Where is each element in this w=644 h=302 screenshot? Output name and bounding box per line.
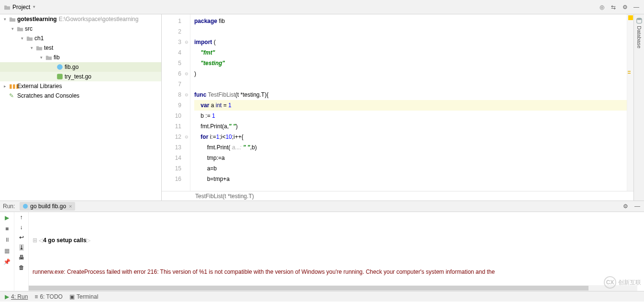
pause-button[interactable]: ⏸ [3, 236, 11, 244]
horizontal-scrollbar[interactable] [29, 285, 637, 291]
tree-label: test [44, 45, 53, 51]
go-icon [22, 203, 28, 209]
warning-marker[interactable] [628, 15, 633, 20]
tree-src[interactable]: ▾ src [0, 24, 161, 34]
gear-icon[interactable]: ⚙ [623, 203, 630, 210]
tree-fib-dir[interactable]: ▾ fib [0, 53, 161, 62]
svg-point-5 [23, 204, 28, 209]
run-output[interactable]: ⊞ ◁4 go setup calls▷ runnerw.exe: Create… [29, 212, 644, 291]
database-icon [636, 17, 643, 24]
bottom-terminal-tab[interactable]: ▣ Terminal [69, 293, 98, 300]
tree-scratches[interactable]: ✎ Scratches and Consoles [0, 91, 161, 101]
minimize-icon[interactable]: — [633, 3, 640, 11]
chevron-down-icon[interactable]: ▾ [10, 26, 15, 31]
up-button[interactable]: ↑ [20, 214, 23, 221]
rerun-button[interactable]: ▶ [3, 214, 11, 222]
scratches-icon: ✎ [9, 92, 16, 99]
output-error-line: runnerw.exe: CreateProcess failed with e… [33, 267, 640, 277]
code-editor[interactable]: 12345678910111213141516 ⊖⊖⊖⊖ package fib… [162, 14, 633, 191]
chevron-down-icon[interactable]: ▾ [2, 17, 8, 22]
svg-point-4 [636, 18, 642, 20]
tree-external-libs[interactable]: ▸ ▮▮▮ External Libraries [0, 81, 161, 91]
tree-fib-go[interactable]: fib.go [0, 62, 161, 72]
down-button[interactable]: ↓ [20, 224, 23, 231]
run-title: Run: [3, 203, 15, 210]
chevron-down-icon[interactable]: ▾ [38, 55, 44, 60]
tree-path: E:\Goworkspace\gotestlearning [59, 16, 139, 22]
play-icon: ▶ [5, 293, 9, 300]
minimize-icon[interactable]: — [634, 203, 641, 210]
code-breadcrumb[interactable]: TestFibList(t *testing.T) [162, 191, 633, 201]
tree-label: ch1 [34, 35, 44, 42]
library-icon: ▮▮▮ [9, 83, 16, 89]
project-tree[interactable]: ▾ gotestlearning E:\Goworkspace\gotestle… [0, 14, 162, 201]
editor-marker-strip[interactable] [627, 14, 633, 191]
gear-icon[interactable]: ⚙ [621, 3, 629, 11]
target-icon[interactable]: ◎ [598, 3, 606, 11]
run-toolbar-secondary: ↑ ↓ ↩ ⤓ 🖶 🗑 [14, 212, 29, 291]
collapse-icon[interactable]: ⇆ [610, 3, 617, 11]
scroll-to-end-button[interactable]: ⤓ [19, 244, 24, 251]
close-icon[interactable]: × [69, 203, 72, 209]
layout-button[interactable]: ▦ [3, 247, 11, 255]
soft-wrap-button[interactable]: ↩ [19, 234, 24, 241]
tree-try-test[interactable]: try_test.go [0, 72, 161, 81]
project-dropdown[interactable]: Project ▼ [0, 0, 40, 14]
tree-label: Scratches and Consoles [17, 92, 79, 99]
tree-test[interactable]: ▾ test [0, 43, 161, 53]
chevron-right-icon[interactable]: ▸ [2, 84, 8, 89]
chevron-down-icon[interactable]: ▾ [19, 36, 25, 41]
pin-button[interactable]: 📌 [3, 258, 11, 266]
run-config-tab[interactable]: go build fib.go × [20, 202, 75, 211]
database-label: Database [636, 26, 642, 48]
line-gutter: 12345678910111213141516 ⊖⊖⊖⊖ [162, 14, 190, 191]
tree-label: try_test.go [65, 73, 91, 80]
output-setup-line: ⊞ ◁4 go setup calls▷ [33, 235, 640, 246]
chevron-down-icon: ▼ [32, 5, 36, 9]
database-toolwindow-stripe[interactable]: Database [633, 14, 644, 201]
tree-label: External Libraries [17, 83, 62, 89]
run-panel-header: Run: go build fib.go × ⚙ — [0, 201, 644, 212]
chevron-down-icon[interactable]: ▾ [29, 45, 34, 50]
watermark: CX 创新互联 [604, 276, 641, 289]
tree-label: fib [54, 54, 60, 61]
tree-label: src [25, 25, 33, 32]
tree-root[interactable]: ▾ gotestlearning E:\Goworkspace\gotestle… [0, 14, 161, 24]
stop-button[interactable]: ■ [3, 225, 11, 233]
run-config-label: go build fib.go [30, 203, 66, 210]
tree-ch1[interactable]: ▾ ch1 [0, 34, 161, 43]
run-toolbar-primary: ▶ ■ ⏸ ▦ 📌 [0, 212, 14, 291]
project-label: Project [12, 4, 30, 11]
todo-icon: ≡ [34, 293, 38, 300]
bottom-todo-tab[interactable]: ≡ 6: TODO [34, 293, 63, 300]
bottom-run-tab[interactable]: ▶ 4: Run [5, 293, 28, 300]
warning-marker[interactable] [628, 71, 631, 72]
svg-rect-3 [57, 74, 63, 79]
delete-button[interactable]: 🗑 [19, 264, 24, 271]
tree-label: fib.go [65, 64, 78, 70]
tree-label: gotestlearning [17, 16, 57, 22]
print-button[interactable]: 🖶 [19, 254, 24, 261]
terminal-icon: ▣ [69, 293, 75, 300]
warning-marker[interactable] [628, 73, 631, 74]
bottom-toolwindow-bar: ▶ 4: Run ≡ 6: TODO ▣ Terminal [0, 291, 644, 302]
svg-point-2 [57, 64, 63, 70]
